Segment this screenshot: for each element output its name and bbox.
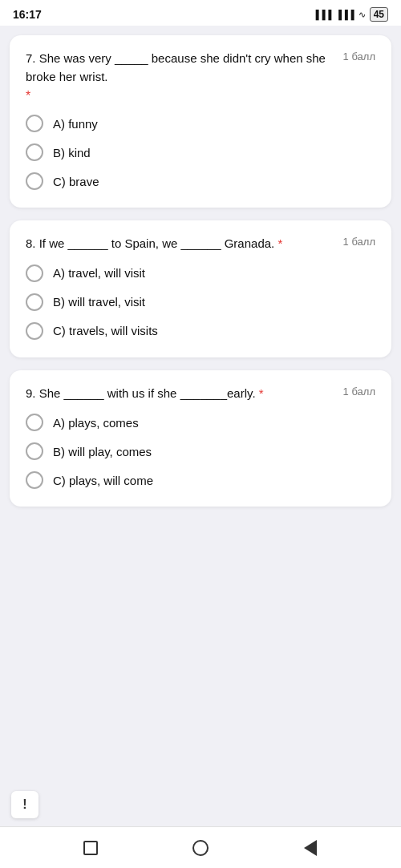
option-q9a[interactable]: A) plays, comes xyxy=(26,414,375,431)
option-q7b[interactable]: B) kind xyxy=(26,143,375,161)
status-time: 16:17 xyxy=(13,8,42,21)
option-q7b-label: B) kind xyxy=(53,146,91,159)
question-9-header: 9. She ______ with us if she _______earl… xyxy=(26,385,375,403)
main-content: 7. She was very _____ because she didn't… xyxy=(0,26,401,783)
question-8-score: 1 балл xyxy=(343,236,375,248)
question-7-required: * xyxy=(26,89,375,103)
radio-q9a[interactable] xyxy=(26,414,43,431)
option-q8a[interactable]: A) travel, will visit xyxy=(26,264,375,282)
question-8-text: 8. If we ______ to Spain, we ______ Gran… xyxy=(26,235,335,253)
option-q9c[interactable]: C) plays, will come xyxy=(26,471,375,489)
radio-q7a[interactable] xyxy=(26,115,43,132)
option-q9b-label: B) will play, comes xyxy=(53,445,152,458)
option-q8b[interactable]: B) will travel, visit xyxy=(26,293,375,311)
radio-q8a[interactable] xyxy=(26,264,43,282)
exclamation-button[interactable]: ! xyxy=(11,791,38,818)
signal-icon: ▐▐▐ xyxy=(313,10,331,19)
option-q9a-label: A) plays, comes xyxy=(53,416,139,430)
wifi-icon: ∿ xyxy=(358,10,366,20)
question-card-8: 8. If we ______ to Spain, we ______ Gran… xyxy=(10,220,391,357)
nav-bar xyxy=(0,826,401,868)
radio-q7b[interactable] xyxy=(26,143,43,161)
radio-q7c[interactable] xyxy=(26,172,43,190)
question-8-header: 8. If we ______ to Spain, we ______ Gran… xyxy=(26,235,375,253)
option-q8b-label: B) will travel, visit xyxy=(53,295,145,309)
question-card-9: 9. She ______ with us if she _______earl… xyxy=(10,370,391,507)
question-card-7: 7. She was very _____ because she didn't… xyxy=(10,35,391,208)
option-q7c[interactable]: C) brave xyxy=(26,172,375,190)
status-icons: ▐▐▐ ▐▐▐ ∿ 45 xyxy=(313,7,388,22)
radio-q8c[interactable] xyxy=(26,322,43,340)
question-7-text: 7. She was very _____ because she didn't… xyxy=(26,50,335,86)
triangle-icon xyxy=(304,840,317,856)
home-button[interactable] xyxy=(181,832,220,864)
option-q8a-label: A) travel, will visit xyxy=(53,266,145,280)
question-9-number: 9. xyxy=(26,386,36,400)
option-q9c-label: C) plays, will come xyxy=(53,474,153,487)
option-q7a-label: A) funny xyxy=(53,117,98,131)
question-7-number: 7. xyxy=(26,51,36,65)
question-9-options: A) plays, comes B) will play, comes C) p… xyxy=(26,414,375,489)
question-7-score: 1 балл xyxy=(343,50,375,63)
radio-q9c[interactable] xyxy=(26,471,43,489)
radio-q9b[interactable] xyxy=(26,442,43,460)
status-bar: 16:17 ▐▐▐ ▐▐▐ ∿ 45 xyxy=(0,0,401,26)
option-q8c[interactable]: C) travels, will visits xyxy=(26,322,375,340)
question-7-options: A) funny B) kind C) brave xyxy=(26,115,375,190)
radio-q8b[interactable] xyxy=(26,293,43,311)
option-q7c-label: C) brave xyxy=(53,175,99,188)
question-8-options: A) travel, will visit B) will travel, vi… xyxy=(26,264,375,340)
question-7-header: 7. She was very _____ because she didn't… xyxy=(26,50,375,86)
circle-icon xyxy=(192,840,209,856)
option-q9b[interactable]: B) will play, comes xyxy=(26,442,375,460)
square-icon xyxy=(83,841,98,855)
recent-apps-button[interactable] xyxy=(71,832,110,864)
option-q7a[interactable]: A) funny xyxy=(26,115,375,132)
question-9-text: 9. She ______ with us if she _______earl… xyxy=(26,385,335,403)
question-9-score: 1 балл xyxy=(343,386,375,398)
question-8-number: 8. xyxy=(26,236,36,250)
battery-icon: 45 xyxy=(370,7,388,22)
bottom-bar: ! xyxy=(0,783,401,826)
signal-icon-2: ▐▐▐ xyxy=(335,10,354,19)
option-q8c-label: C) travels, will visits xyxy=(53,324,158,337)
back-button[interactable] xyxy=(291,832,330,864)
